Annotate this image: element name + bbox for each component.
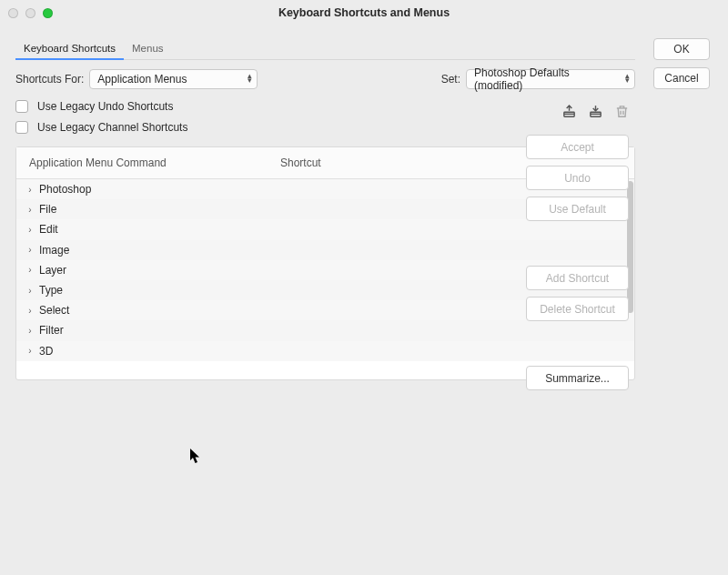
set-select[interactable]: Photoshop Defaults (modified) ▴▾ xyxy=(466,69,635,89)
tabs: Keyboard Shortcuts Menus xyxy=(15,38,635,60)
chevron-right-icon: › xyxy=(25,306,35,316)
tab-keyboard-shortcuts[interactable]: Keyboard Shortcuts xyxy=(15,38,124,60)
shortcuts-for-select[interactable]: Application Menus ▴▾ xyxy=(89,69,258,89)
ok-button[interactable]: OK xyxy=(653,38,710,60)
shortcuts-for-value: Application Menus xyxy=(97,73,187,86)
checkbox-icon xyxy=(15,100,28,113)
legacy-undo-label: Use Legacy Undo Shortcuts xyxy=(37,100,173,113)
chevron-right-icon: › xyxy=(25,185,35,195)
tab-menus[interactable]: Menus xyxy=(124,38,172,59)
add-shortcut-button[interactable]: Add Shortcut xyxy=(526,266,629,290)
legacy-channel-checkbox[interactable]: Use Legacy Channel Shortcuts xyxy=(15,121,635,134)
undo-button[interactable]: Undo xyxy=(526,166,629,190)
delete-shortcut-button[interactable]: Delete Shortcut xyxy=(526,297,629,321)
chevron-right-icon: › xyxy=(25,245,35,255)
cancel-button[interactable]: Cancel xyxy=(653,67,710,89)
chevron-right-icon: › xyxy=(25,225,35,235)
chevron-right-icon: › xyxy=(25,205,35,215)
window-title: Keyboard Shortcuts and Menus xyxy=(0,6,728,19)
chevron-right-icon: › xyxy=(25,326,35,336)
chevron-right-icon: › xyxy=(25,286,35,296)
col-command: Application Menu Command xyxy=(29,156,280,169)
set-value: Photoshop Defaults (modified) xyxy=(474,66,616,92)
save-set-as-icon[interactable] xyxy=(588,104,603,119)
chevron-right-icon: › xyxy=(25,265,35,275)
summarize-button[interactable]: Summarize... xyxy=(526,366,629,390)
use-default-button[interactable]: Use Default xyxy=(526,197,629,221)
trash-icon[interactable] xyxy=(614,104,630,119)
legacy-undo-checkbox[interactable]: Use Legacy Undo Shortcuts xyxy=(15,100,635,113)
checkbox-icon xyxy=(15,121,28,134)
save-set-icon[interactable] xyxy=(561,104,577,119)
chevron-updown-icon: ▴▾ xyxy=(248,74,252,83)
legacy-channel-label: Use Legacy Channel Shortcuts xyxy=(37,121,187,134)
shortcuts-for-label: Shortcuts For: xyxy=(15,73,84,86)
set-label: Set: xyxy=(441,73,460,86)
titlebar: Keyboard Shortcuts and Menus xyxy=(0,0,728,25)
chevron-updown-icon: ▴▾ xyxy=(625,74,630,83)
chevron-right-icon: › xyxy=(25,346,35,356)
accept-button[interactable]: Accept xyxy=(526,135,629,159)
